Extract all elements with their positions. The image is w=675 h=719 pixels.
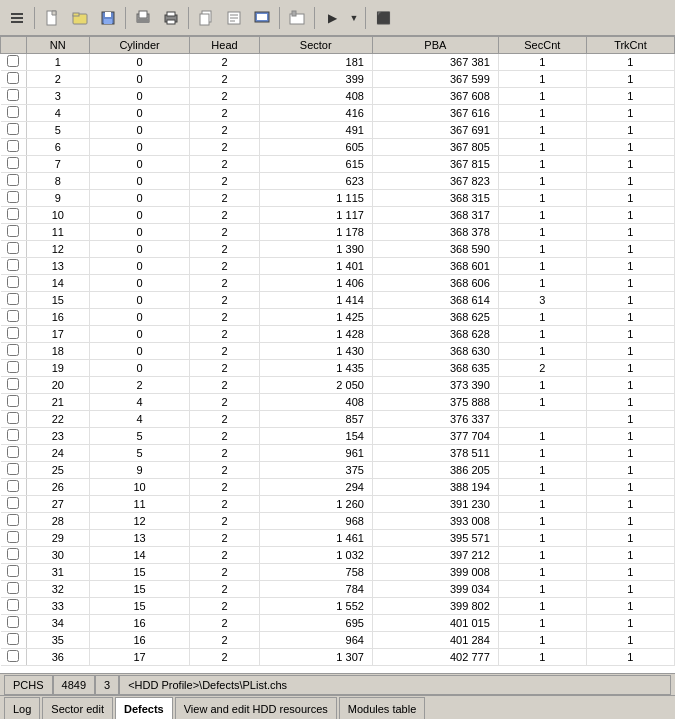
view-button[interactable] — [249, 5, 275, 31]
row-checkbox[interactable] — [7, 514, 19, 526]
table-row: 11021 178368 37811 — [1, 224, 675, 241]
defects-tab[interactable]: Defects — [115, 697, 173, 719]
row-checkbox[interactable] — [7, 106, 19, 118]
row-checkbox[interactable] — [7, 446, 19, 458]
cell-head: 2 — [190, 139, 259, 156]
open-button[interactable] — [67, 5, 93, 31]
toolbar: ▶ ▼ ⬛ — [0, 0, 675, 36]
row-checkbox[interactable] — [7, 650, 19, 662]
row-checkbox[interactable] — [7, 395, 19, 407]
cell-seccnt: 1 — [498, 105, 586, 122]
col-trkcnt[interactable]: TrkCnt — [586, 37, 674, 54]
save-button[interactable] — [95, 5, 121, 31]
stop-button[interactable]: ⬛ — [370, 5, 396, 31]
row-checkbox[interactable] — [7, 344, 19, 356]
table-container[interactable]: NN Cylinder Head Sector PBA SecCnt TrkCn… — [0, 36, 675, 673]
cell-pba: 368 625 — [372, 309, 498, 326]
cell-seccnt: 3 — [498, 292, 586, 309]
cell-sector: 1 428 — [259, 326, 372, 343]
row-checkbox[interactable] — [7, 361, 19, 373]
cell-cylinder: 0 — [89, 207, 190, 224]
col-nn[interactable]: NN — [26, 37, 89, 54]
col-head[interactable]: Head — [190, 37, 259, 54]
cell-sector: 605 — [259, 139, 372, 156]
cell-sector: 615 — [259, 156, 372, 173]
row-checkbox[interactable] — [7, 310, 19, 322]
cell-trkcnt: 1 — [586, 428, 674, 445]
row-checkbox[interactable] — [7, 242, 19, 254]
row-checkbox[interactable] — [7, 599, 19, 611]
edit-button[interactable] — [221, 5, 247, 31]
play-button[interactable]: ▶ — [319, 5, 345, 31]
cell-cylinder: 13 — [89, 530, 190, 547]
cell-cylinder: 4 — [89, 411, 190, 428]
row-checkbox[interactable] — [7, 89, 19, 101]
col-seccnt[interactable]: SecCnt — [498, 37, 586, 54]
cell-cylinder: 0 — [89, 139, 190, 156]
row-checkbox[interactable] — [7, 412, 19, 424]
cell-seccnt: 1 — [498, 581, 586, 598]
log-tab[interactable]: Log — [4, 697, 40, 719]
modules-table-tab[interactable]: Modules table — [339, 697, 426, 719]
row-checkbox[interactable] — [7, 429, 19, 441]
col-sector[interactable]: Sector — [259, 37, 372, 54]
cell-sector: 758 — [259, 564, 372, 581]
sep4 — [279, 7, 280, 29]
new-button[interactable] — [39, 5, 65, 31]
view-edit-hdd-tab[interactable]: View and edit HDD resources — [175, 697, 337, 719]
row-checkbox[interactable] — [7, 157, 19, 169]
row-checkbox[interactable] — [7, 565, 19, 577]
dropdown-button[interactable]: ▼ — [347, 5, 361, 31]
row-checkbox[interactable] — [7, 123, 19, 135]
col-cylinder[interactable]: Cylinder — [89, 37, 190, 54]
print-preview-button[interactable] — [130, 5, 156, 31]
cell-pba: 376 337 — [372, 411, 498, 428]
row-checkbox[interactable] — [7, 582, 19, 594]
copy-button[interactable] — [193, 5, 219, 31]
print-button[interactable] — [158, 5, 184, 31]
row-checkbox[interactable] — [7, 327, 19, 339]
row-checkbox[interactable] — [7, 259, 19, 271]
cell-seccnt: 1 — [498, 632, 586, 649]
row-checkbox[interactable] — [7, 548, 19, 560]
export-button[interactable] — [284, 5, 310, 31]
row-checkbox[interactable] — [7, 191, 19, 203]
row-checkbox[interactable] — [7, 480, 19, 492]
row-checkbox[interactable] — [7, 633, 19, 645]
cell-nn: 21 — [26, 394, 89, 411]
status-bar: PCHS 4849 3 <HDD Profile>\Defects\PList.… — [0, 673, 675, 695]
cell-head: 2 — [190, 394, 259, 411]
row-checkbox[interactable] — [7, 140, 19, 152]
svg-rect-1 — [11, 17, 23, 19]
cell-nn: 35 — [26, 632, 89, 649]
sector-edit-tab[interactable]: Sector edit — [42, 697, 113, 719]
table-row: 271121 260391 23011 — [1, 496, 675, 513]
row-checkbox[interactable] — [7, 174, 19, 186]
cell-head: 2 — [190, 173, 259, 190]
row-checkbox[interactable] — [7, 497, 19, 509]
table-row: 2352154377 70411 — [1, 428, 675, 445]
cell-seccnt: 1 — [498, 530, 586, 547]
row-checkbox[interactable] — [7, 276, 19, 288]
row-checkbox[interactable] — [7, 616, 19, 628]
row-checkbox[interactable] — [7, 208, 19, 220]
cell-trkcnt: 1 — [586, 632, 674, 649]
cell-cylinder: 9 — [89, 462, 190, 479]
row-checkbox[interactable] — [7, 531, 19, 543]
cell-seccnt: 1 — [498, 326, 586, 343]
cell-seccnt: 1 — [498, 207, 586, 224]
cell-seccnt: 1 — [498, 88, 586, 105]
cell-pba: 395 571 — [372, 530, 498, 547]
row-checkbox[interactable] — [7, 463, 19, 475]
row-checkbox[interactable] — [7, 378, 19, 390]
menu-button[interactable] — [4, 5, 30, 31]
cell-cylinder: 0 — [89, 292, 190, 309]
row-checkbox[interactable] — [7, 225, 19, 237]
row-checkbox[interactable] — [7, 72, 19, 84]
row-checkbox[interactable] — [7, 55, 19, 67]
cell-seccnt — [498, 411, 586, 428]
row-checkbox[interactable] — [7, 293, 19, 305]
cell-pba: 367 608 — [372, 88, 498, 105]
col-pba[interactable]: PBA — [372, 37, 498, 54]
cell-sector: 1 430 — [259, 343, 372, 360]
